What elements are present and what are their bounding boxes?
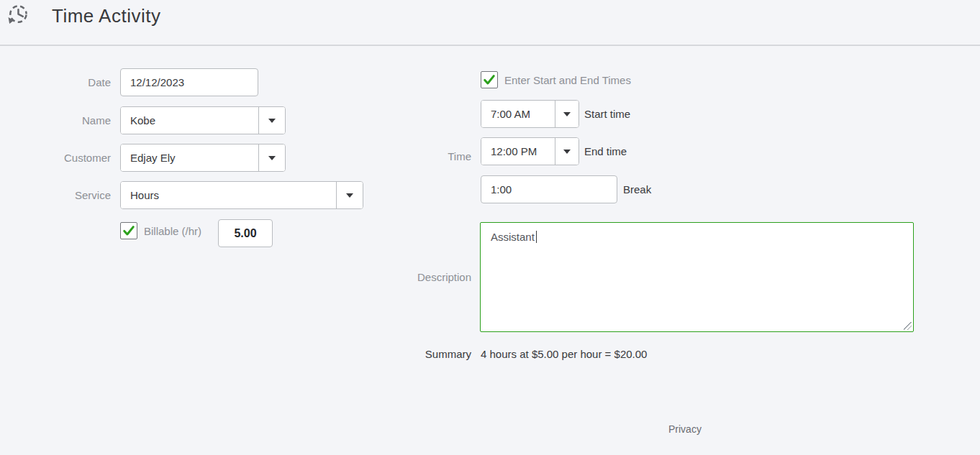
start-time-input[interactable] [481,101,555,127]
name-select[interactable] [120,106,286,134]
description-label: Description [331,271,471,283]
service-dropdown-button[interactable] [336,182,363,208]
break-label: Break [623,183,651,196]
billable-label: Billable (/hr) [144,225,201,237]
summary-value: 4 hours at $5.00 per hour = $20.00 [481,348,647,360]
name-input[interactable] [121,107,258,134]
service-input[interactable] [121,182,336,208]
text-cursor [536,231,537,243]
checkmark-icon [482,73,496,87]
start-time-label: Start time [584,108,630,120]
checkmark-icon [122,224,136,238]
name-label: Name [0,114,111,127]
date-label: Date [0,76,111,88]
service-select[interactable] [120,181,363,209]
end-time-dropdown-button[interactable] [555,138,579,165]
billable-rate-input[interactable] [218,219,273,247]
billable-checkbox[interactable] [120,222,137,239]
customer-select[interactable] [120,144,286,172]
service-label: Service [0,189,111,201]
time-activity-window: Time Activity Date Name Customer Service… [0,0,980,455]
end-time-input[interactable] [481,138,555,165]
start-time-dropdown-button[interactable] [555,101,579,127]
page-title: Time Activity [52,5,160,27]
dropdown-arrow-icon [563,112,571,116]
resize-handle[interactable] [904,322,912,330]
time-group-label: Time [403,150,471,162]
dropdown-arrow-icon [268,156,276,160]
break-input[interactable] [481,175,617,203]
privacy-link[interactable]: Privacy [668,423,702,435]
description-text: Assistant [491,231,535,243]
header-divider [0,45,980,46]
description-textarea[interactable]: Assistant [480,222,914,332]
customer-dropdown-button[interactable] [258,144,285,171]
dropdown-arrow-icon [268,119,276,123]
enter-times-label: Enter Start and End Times [504,74,631,86]
dropdown-arrow-icon [346,193,353,198]
start-time-select[interactable] [481,100,579,128]
name-dropdown-button[interactable] [258,107,285,134]
date-input[interactable] [120,68,258,96]
customer-input[interactable] [121,144,258,171]
dropdown-arrow-icon [563,150,571,154]
time-history-icon [6,3,30,27]
end-time-label: End time [584,145,627,157]
end-time-select[interactable] [481,137,579,165]
customer-label: Customer [0,152,111,164]
enter-times-checkbox[interactable] [481,71,498,88]
summary-label: Summary [331,348,471,360]
